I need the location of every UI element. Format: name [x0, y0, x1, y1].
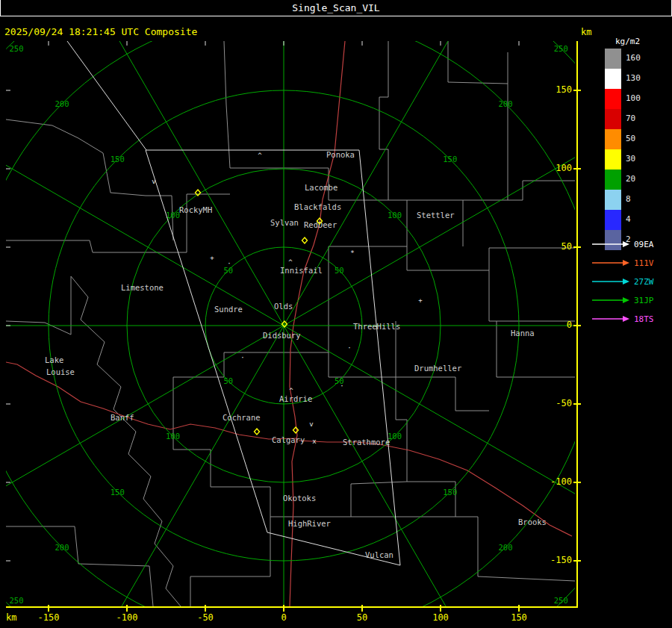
- range-ring-label: 150: [111, 155, 125, 164]
- town-label: Sylvan: [270, 218, 299, 227]
- right-axis-label: -150: [535, 555, 572, 565]
- bottom-axis-label: 100: [424, 612, 457, 623]
- bottom-axis-label: -50: [189, 612, 222, 623]
- storm-track-arrow: [591, 240, 630, 249]
- radar-map[interactable]: 5050505010010010010015015015015020020020…: [6, 41, 575, 606]
- range-ring-label: 250: [10, 44, 24, 53]
- storm-track-arrow-head: [623, 241, 629, 247]
- right-axis-label: 0: [535, 320, 572, 330]
- radar-map-svg: 5050505010010010010015015015015020020020…: [6, 41, 575, 606]
- bottom-axis-tick: [48, 605, 49, 612]
- window-title: Single_Scan_VIL: [292, 2, 379, 13]
- storm-track-arrow: [591, 296, 630, 305]
- right-axis-label: 100: [535, 163, 572, 173]
- bottom-axis-tick: [361, 605, 363, 612]
- storm-track-id: 09EA: [634, 240, 654, 249]
- range-ring-label: 100: [166, 211, 180, 220]
- bottom-axis-label: 150: [503, 612, 535, 623]
- bottom-axis-unit: km: [6, 612, 16, 623]
- range-ring-label: 200: [499, 543, 513, 552]
- colorbar-swatch: [605, 149, 621, 170]
- storm-marker: x: [312, 438, 317, 445]
- bottom-axis-line: [6, 606, 578, 608]
- right-axis-label: 150: [535, 84, 572, 95]
- range-ring-label: 200: [499, 99, 513, 108]
- range-ring-label: 100: [388, 211, 402, 220]
- colorbar-label: 130: [626, 73, 641, 83]
- storm-marker: +: [418, 296, 423, 304]
- county-boundary: [190, 517, 270, 606]
- town-label: Ponoka: [326, 150, 355, 159]
- county-boundary: [6, 526, 153, 606]
- range-ring-label: 250: [554, 596, 568, 605]
- bottom-axis-tick: [518, 605, 520, 612]
- colorbar-swatch: [605, 49, 621, 69]
- colorbar-label: 8: [626, 194, 631, 204]
- storm-track-arrow: [591, 314, 630, 323]
- town-label: Hanna: [511, 329, 535, 338]
- town-label: Didsbury: [263, 331, 301, 340]
- range-ring-label: 50: [223, 376, 233, 385]
- scan-timestamp: 2025/09/24 18:21:45 UTC Composite: [4, 26, 197, 37]
- town-label: Banff: [111, 413, 134, 422]
- town-label: Drumheller: [414, 364, 461, 373]
- right-axis-unit: km: [581, 27, 591, 37]
- storm-marker: ^: [289, 387, 293, 394]
- colorbar-swatch: [605, 69, 621, 89]
- range-ring-label: 250: [554, 44, 568, 53]
- county-boundary: [379, 41, 388, 200]
- colorbar-label: 50: [626, 134, 635, 143]
- range-ring-label: 250: [10, 596, 24, 605]
- town-label: Airdrie: [279, 394, 312, 403]
- town-label: Olds: [274, 302, 293, 311]
- colorbar-label: 100: [626, 93, 641, 103]
- colorbar-unit-label: kg/m2: [615, 37, 640, 46]
- storm-track-arrow-head: [623, 297, 629, 303]
- storm-track-item: 09EA: [591, 239, 654, 249]
- storm-track-arrow-head: [623, 260, 629, 266]
- town-label: Okotoks: [283, 494, 316, 503]
- right-axis-tick: [573, 403, 581, 405]
- azimuth-line: [75, 41, 284, 326]
- bottom-axis-tick: [440, 605, 441, 612]
- storm-track-arrow: [591, 258, 630, 267]
- town-label: Stettler: [417, 211, 455, 220]
- storm-marker: ·: [347, 344, 351, 352]
- azimuth-line: [284, 326, 575, 535]
- town-label: Calgary: [272, 435, 305, 444]
- storm-marker: v: [309, 420, 313, 428]
- town-label: Lacombe: [305, 183, 337, 192]
- bottom-axis-label: 0: [267, 612, 300, 623]
- range-ring-label: 200: [55, 99, 69, 108]
- town-label: Cochrane: [223, 413, 261, 422]
- range-ring-label: 150: [443, 488, 457, 497]
- town-label: Innisfail: [280, 266, 323, 275]
- right-axis-tick: [573, 560, 581, 562]
- county-boundary: [224, 41, 329, 200]
- bottom-axis-label: 50: [346, 612, 379, 623]
- colorbar-label: 160: [626, 53, 641, 63]
- bottom-axis-tick: [283, 605, 284, 612]
- colorbar-label: 30: [626, 154, 635, 164]
- right-axis-label: -100: [535, 476, 572, 487]
- colorbar-swatch: [605, 210, 621, 230]
- storm-marker: ·: [340, 382, 343, 390]
- bottom-axis-label: -100: [111, 612, 143, 623]
- town-label: RedDeer: [304, 220, 337, 229]
- right-axis-label: 50: [535, 241, 572, 252]
- range-ring-label: 100: [166, 432, 180, 441]
- storm-track-id: 18TS: [634, 314, 654, 324]
- storm-track-item: 27ZW: [591, 276, 654, 287]
- town-label: Louise: [46, 367, 75, 376]
- town-label: Sundre: [214, 305, 243, 314]
- storm-track-arrow-head: [623, 279, 629, 285]
- county-boundary: [6, 194, 230, 252]
- storm-marker: ·: [240, 354, 244, 361]
- storm-track-item: 31JP: [591, 295, 654, 305]
- storm-track-id: 111V: [634, 258, 654, 268]
- town-label: Strathmore: [343, 438, 390, 447]
- right-axis-line: [576, 41, 578, 607]
- storm-track-arrow-head: [623, 316, 629, 322]
- title-bar: Single_Scan_VIL: [0, 0, 672, 16]
- radar-sector-edge: [67, 41, 146, 150]
